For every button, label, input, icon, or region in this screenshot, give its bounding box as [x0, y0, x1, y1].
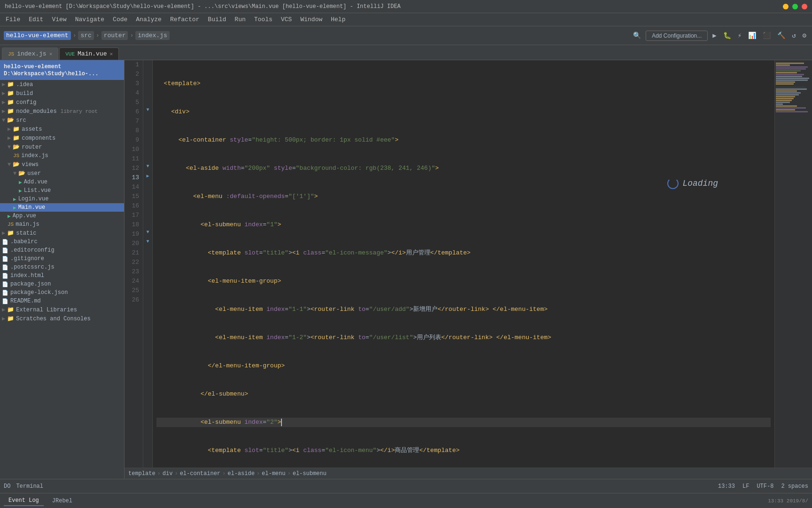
menu-code[interactable]: Code: [109, 15, 131, 24]
menu-file[interactable]: File: [2, 15, 24, 24]
sidebar-item-package-lock[interactable]: 📄 package-lock.json: [0, 288, 124, 297]
folder-icon: 📁: [7, 306, 14, 313]
sidebar-item-app-vue[interactable]: ▶ App.vue: [0, 212, 124, 220]
status-indent[interactable]: 2 spaces: [781, 483, 808, 490]
sidebar-item-index-html[interactable]: 📄 index.html: [0, 271, 124, 280]
sidebar-item-login-vue[interactable]: ▶ Login.vue: [0, 195, 124, 203]
breadcrumb-project[interactable]: hello-vue-element: [4, 31, 71, 40]
editor-area: 1 2 3 4 5 6 7 8 9 10 11 12 13 14 15 16 1…: [125, 60, 812, 479]
menu-edit[interactable]: Edit: [25, 15, 47, 24]
sidebar-item-main-vue[interactable]: ▶ Main.vue: [0, 203, 124, 212]
line-num-17: 17: [126, 211, 139, 220]
menu-window[interactable]: Window: [297, 15, 326, 24]
title-bar-title: hello-vue-element [D:\Workspace\Study\he…: [5, 3, 783, 10]
status-encoding[interactable]: UTF-8: [757, 483, 773, 490]
tab-index-js[interactable]: JS index.js ✕: [2, 48, 58, 60]
menu-vcs[interactable]: VCS: [277, 15, 296, 24]
sidebar-item-static[interactable]: ▶ 📁 static: [0, 229, 124, 238]
sidebar-item-user[interactable]: ▼ 📂 user: [0, 169, 124, 178]
eb-el-aside[interactable]: el-aside: [227, 470, 255, 477]
sidebar-label: views: [22, 161, 39, 168]
file-icon: 📄: [2, 298, 8, 304]
profile-button[interactable]: ⚡: [736, 31, 743, 40]
line-num-3: 3: [126, 79, 139, 88]
coverage-button[interactable]: 📊: [746, 31, 758, 40]
maximize-button[interactable]: [792, 4, 798, 9]
sidebar-item-main-js[interactable]: JS main.js: [0, 220, 124, 229]
sidebar-item-components[interactable]: ▶ 📁 components: [0, 134, 124, 143]
debug-button[interactable]: 🐛: [721, 31, 733, 40]
status-todo[interactable]: DO: [4, 483, 10, 490]
menu-analyze[interactable]: Analyze: [132, 15, 165, 24]
sidebar-item-readme[interactable]: 📄 README.md: [0, 297, 124, 305]
eb-el-container[interactable]: el-container: [180, 470, 220, 477]
bottom-tab-event-log[interactable]: Event Log: [4, 496, 44, 506]
menu-help[interactable]: Help: [327, 15, 349, 24]
sidebar-item-list-vue[interactable]: ▶ List.vue: [0, 186, 124, 195]
status-right: 13:33 LF UTF-8 2 spaces: [718, 483, 808, 490]
scroll-area[interactable]: 1 2 3 4 5 6 7 8 9 10 11 12 13 14 15 16 1…: [125, 60, 812, 468]
menu-build[interactable]: Build: [204, 15, 230, 24]
bottom-tab-jrebel[interactable]: JRebel: [47, 496, 77, 506]
sidebar-item-external-libraries[interactable]: ▶ 📁 External Libraries: [0, 305, 124, 314]
line-num-25: 25: [126, 286, 139, 295]
sidebar-item-babelrc[interactable]: 📄 .babelrc: [0, 238, 124, 246]
vue-file-icon: ▶: [13, 196, 16, 202]
sidebar-item-router[interactable]: ▼ 📂 router: [0, 143, 124, 151]
menu-view[interactable]: View: [48, 15, 70, 24]
run-button[interactable]: ▶: [710, 31, 718, 40]
sidebar-item-postcssrc[interactable]: 📄 .postcssrc.js: [0, 263, 124, 271]
code-editor[interactable]: <template> <div> <el-container style="he…: [153, 60, 774, 468]
line-num-11: 11: [126, 154, 139, 164]
menu-tools[interactable]: Tools: [250, 15, 276, 24]
menu-run[interactable]: Run: [231, 15, 249, 24]
sidebar-item-add-vue[interactable]: ▶ Add.vue: [0, 178, 124, 186]
folder-icon: 📂: [13, 161, 20, 168]
breadcrumb-src[interactable]: src: [78, 31, 94, 40]
sidebar-item-views[interactable]: ▼ 📂 views: [0, 160, 124, 169]
breadcrumb-indexjs[interactable]: index.js: [135, 31, 169, 40]
sidebar-item-scratches[interactable]: ▶ 📁 Scratches and Consoles: [0, 314, 124, 323]
build-button[interactable]: 🔨: [775, 31, 787, 40]
menu-refactor[interactable]: Refactor: [166, 15, 203, 24]
close-button[interactable]: [802, 4, 807, 9]
breadcrumb-router[interactable]: router: [102, 31, 128, 40]
line-num-20: 20: [126, 239, 139, 248]
line-num-9: 9: [126, 135, 139, 145]
settings-button[interactable]: ⚙: [801, 31, 808, 40]
sidebar-item-build[interactable]: ▶ 📁 build: [0, 89, 124, 98]
sidebar-item-index-js[interactable]: JS index.js: [0, 151, 124, 160]
sidebar-item-config[interactable]: ▶ 📁 config: [0, 98, 124, 107]
gutter: ▼ ▼ ▶ ▼ ▼: [143, 60, 153, 468]
search-icon[interactable]: 🔍: [631, 31, 643, 40]
sidebar-item-assets[interactable]: ▶ 📁 assets: [0, 125, 124, 134]
eb-el-submenu[interactable]: el-submenu: [293, 470, 327, 477]
library-root-label: library root: [61, 109, 98, 114]
minimize-button[interactable]: [783, 4, 789, 9]
sidebar-item-idea[interactable]: ▶ 📁 .idea: [0, 80, 124, 89]
editor-breadcrumb: template › div › el-container › el-aside…: [125, 468, 812, 479]
sync-button[interactable]: ↺: [790, 31, 797, 40]
line-num-6: 6: [126, 107, 139, 117]
tab-main-vue-close[interactable]: ✕: [109, 51, 113, 57]
sidebar-item-package-json[interactable]: 📄 package.json: [0, 280, 124, 288]
sidebar-item-gitignore[interactable]: 📄 .gitignore: [0, 254, 124, 263]
sidebar-item-editorconfig[interactable]: 📄 .editorconfig: [0, 246, 124, 254]
tab-index-js-close[interactable]: ✕: [49, 51, 53, 57]
sidebar-item-src[interactable]: ▼ 📂 src: [0, 116, 124, 125]
add-configuration-button[interactable]: Add Configuration...: [646, 31, 708, 41]
eb-el-menu[interactable]: el-menu: [262, 470, 285, 477]
status-lf[interactable]: LF: [742, 483, 749, 490]
sidebar-label: build: [16, 90, 33, 97]
js-file-icon: JS: [13, 153, 19, 159]
line-num-26: 26: [126, 295, 139, 305]
tab-main-vue[interactable]: VUE Main.vue ✕: [59, 48, 119, 60]
menu-navigate[interactable]: Navigate: [71, 15, 108, 24]
sidebar-item-node-modules[interactable]: ▶ 📁 node_modules library root: [0, 107, 124, 116]
stop-button[interactable]: ⬛: [761, 31, 773, 40]
code-line-10: <el-menu-item index="1-2"><router-link t…: [156, 333, 771, 342]
sidebar-label: router: [22, 144, 42, 151]
eb-div[interactable]: div: [163, 470, 173, 477]
status-terminal[interactable]: Terminal: [16, 483, 43, 490]
eb-template[interactable]: template: [128, 470, 156, 477]
